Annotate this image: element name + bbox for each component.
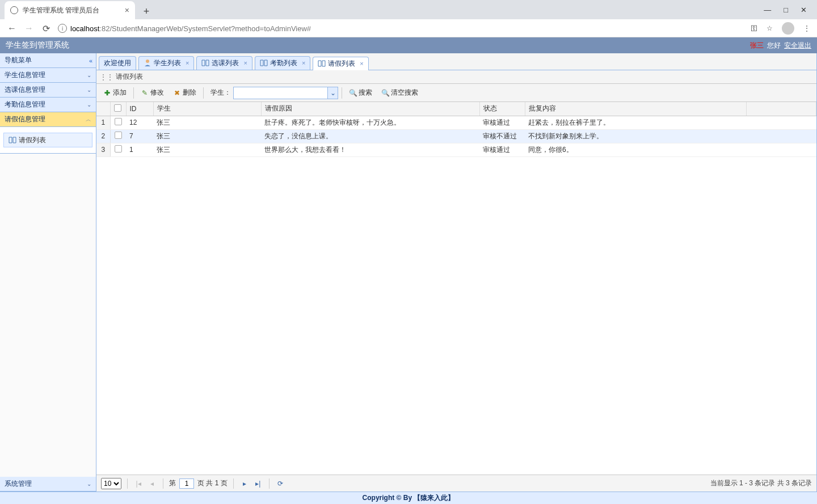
- site-info-icon[interactable]: i: [58, 24, 67, 33]
- next-page-icon[interactable]: ▸: [239, 478, 250, 489]
- reload-icon[interactable]: ⟳: [41, 23, 51, 33]
- sidebar-item-label: 系统管理: [5, 479, 32, 489]
- cell-reason: 肚子疼。疼死了。老师快审核呀，十万火急。: [261, 116, 479, 129]
- clear-search-label: 清空搜索: [391, 88, 418, 98]
- delete-icon: ✖: [173, 89, 181, 97]
- cell-reply: 同意，你很6。: [525, 143, 746, 156]
- col-rownum: [96, 102, 110, 116]
- star-icon[interactable]: ☆: [767, 24, 773, 32]
- tabs-row: 欢迎使用 学生列表 × 选课列表 × 考勤列表 ×: [96, 53, 816, 70]
- student-combo[interactable]: ⌄: [233, 87, 338, 99]
- col-status[interactable]: 状态: [479, 102, 525, 116]
- svg-point-0: [146, 60, 149, 63]
- clear-search-button[interactable]: 🔍 清空搜索: [378, 87, 422, 99]
- tab-label: 选课列表: [212, 58, 239, 68]
- sidebar-item-student[interactable]: 学生信息管理 ⌄: [0, 68, 96, 83]
- new-tab-button[interactable]: +: [138, 3, 154, 19]
- collapse-icon[interactable]: «: [89, 57, 91, 64]
- person-icon: [144, 59, 151, 67]
- table-row[interactable]: 27张三失恋了，没信息上课。审核不通过不找到新对象别来上学。: [96, 129, 816, 143]
- back-icon[interactable]: ←: [7, 23, 17, 33]
- student-label: 学生：: [210, 88, 231, 98]
- checkbox-all[interactable]: [114, 104, 121, 112]
- row-checkbox[interactable]: [115, 118, 122, 125]
- tab-close-icon[interactable]: ×: [302, 60, 305, 66]
- rownum: 2: [96, 129, 110, 143]
- col-reason[interactable]: 请假原因: [261, 102, 479, 116]
- cell-student: 张三: [153, 129, 261, 143]
- chevron-down-icon: ⌄: [87, 101, 91, 108]
- separator: [233, 478, 234, 489]
- row-checkbox[interactable]: [115, 132, 122, 139]
- tree-node-leave-list[interactable]: 请假列表: [3, 133, 92, 147]
- browser-menu-icon[interactable]: ⋮: [803, 24, 810, 32]
- search-button[interactable]: 🔍 搜索: [346, 87, 376, 99]
- tab-close-icon[interactable]: ×: [125, 6, 129, 15]
- search-label: 搜索: [359, 88, 372, 98]
- col-id[interactable]: ID: [126, 102, 153, 116]
- tab-label: 请假列表: [328, 59, 355, 69]
- separator: [163, 478, 163, 489]
- add-button[interactable]: ✚ 添加: [100, 87, 130, 99]
- prev-page-icon[interactable]: ◂: [147, 478, 157, 489]
- chevron-down-icon[interactable]: ⌄: [327, 87, 338, 99]
- tab-close-icon[interactable]: ×: [186, 60, 189, 66]
- sidebar-item-system[interactable]: 系统管理 ⌄: [0, 477, 96, 492]
- last-page-icon[interactable]: ▸|: [253, 478, 263, 489]
- page-input[interactable]: [179, 478, 194, 489]
- sidebar-item-leave[interactable]: 请假信息管理 ︿: [0, 112, 96, 127]
- col-reply[interactable]: 批复内容: [525, 102, 746, 116]
- tab-close-icon[interactable]: ×: [243, 60, 247, 66]
- tab-close-icon[interactable]: ×: [360, 60, 363, 67]
- separator: [269, 478, 269, 489]
- browser-tab[interactable]: 学生管理系统 管理员后台 ×: [5, 1, 135, 19]
- cell-reason: 世界那么大，我想去看看！: [261, 143, 479, 156]
- accordion: 学生信息管理 ⌄ 选课信息管理 ⌄ 考勤信息管理 ⌄ 请假信息管理 ︿: [0, 68, 96, 492]
- sidebar-item-course[interactable]: 选课信息管理 ⌄: [0, 83, 96, 98]
- cell-checkbox: [110, 143, 126, 156]
- sidebar-item-label: 考勤信息管理: [5, 100, 45, 109]
- minimize-icon[interactable]: —: [764, 6, 771, 14]
- page-suffix: 页 共 1 页: [197, 478, 228, 488]
- refresh-icon[interactable]: ⟳: [275, 478, 285, 489]
- row-checkbox[interactable]: [115, 145, 122, 153]
- tab-title: 学生管理系统 管理员后台: [23, 6, 99, 15]
- cell-student: 张三: [153, 143, 261, 156]
- tab-attendance-list[interactable]: 考勤列表 ×: [255, 56, 310, 70]
- tab-student-list[interactable]: 学生列表 ×: [138, 56, 194, 70]
- app-title: 学生签到管理系统: [6, 40, 69, 50]
- url-box[interactable]: i localhost:82/StudentManagerWeb/SystemS…: [58, 24, 744, 33]
- add-label: 添加: [113, 88, 127, 98]
- panel-title-bar: ⋮⋮ 请假列表: [96, 70, 816, 84]
- greeting: 您好: [767, 41, 781, 50]
- sidebar-body: 请假列表: [0, 127, 96, 154]
- page-size-select[interactable]: 10: [101, 478, 121, 489]
- pager: 10 |◂ ◂ 第 页 共 1 页 ▸ ▸| ⟳ 当前显示 1 - 3 条记录 …: [96, 475, 816, 492]
- separator: [127, 478, 128, 489]
- cell-id: 7: [126, 129, 153, 143]
- sidebar-item-attendance[interactable]: 考勤信息管理 ⌄: [0, 98, 96, 112]
- close-window-icon[interactable]: ✕: [801, 6, 807, 14]
- cell-reason: 失恋了，没信息上课。: [261, 129, 479, 143]
- rownum: 3: [96, 143, 110, 156]
- pager-info: 当前显示 1 - 3 条记录 共 3 条记录: [710, 478, 812, 488]
- tab-leave-list[interactable]: 请假列表 ×: [313, 57, 368, 70]
- tab-welcome[interactable]: 欢迎使用: [99, 56, 136, 70]
- tab-course-list[interactable]: 选课列表 ×: [196, 56, 252, 70]
- sidebar-header: 导航菜单 «: [0, 53, 96, 68]
- forward-icon[interactable]: →: [24, 23, 34, 33]
- first-page-icon[interactable]: |◂: [133, 478, 144, 489]
- table-row[interactable]: 31张三世界那么大，我想去看看！审核通过同意，你很6。: [96, 143, 816, 156]
- maximize-icon[interactable]: □: [784, 6, 788, 14]
- col-student[interactable]: 学生: [153, 102, 261, 116]
- chevron-down-icon: ⌄: [87, 87, 91, 93]
- logout-link[interactable]: 安全退出: [784, 41, 811, 50]
- delete-button[interactable]: ✖ 删除: [170, 87, 200, 99]
- student-combo-input[interactable]: [234, 87, 327, 99]
- edit-button[interactable]: ✎ 修改: [137, 87, 167, 99]
- panel-title: 请假列表: [116, 72, 143, 82]
- profile-avatar-icon[interactable]: [782, 22, 794, 35]
- key-icon[interactable]: ⚿: [751, 24, 757, 32]
- table-row[interactable]: 112张三肚子疼。疼死了。老师快审核呀，十万火急。审核通过赶紧去，别拉在裤子里了…: [96, 116, 816, 129]
- cell-reply: 不找到新对象别来上学。: [525, 129, 746, 143]
